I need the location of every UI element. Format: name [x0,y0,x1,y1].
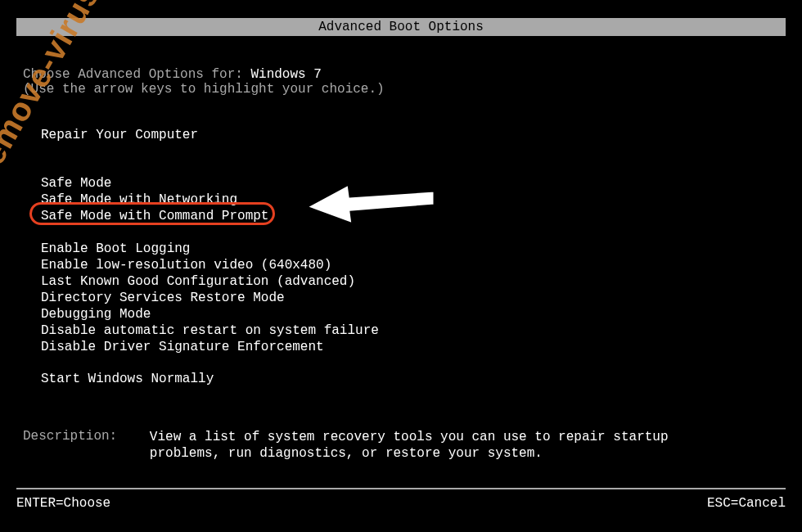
annotation-arrow-icon [300,176,439,233]
choose-prefix: Choose Advanced Options for: [23,67,250,82]
footer-divider [16,488,786,489]
option-last-known-good-config[interactable]: Last Known Good Configuration (advanced) [41,273,379,290]
description-label: Description: [23,429,117,444]
option-safe-mode-command-prompt[interactable]: Safe Mode with Command Prompt [41,208,268,224]
option-enable-boot-logging[interactable]: Enable Boot Logging [41,241,379,257]
hint-line: (Use the arrow keys to highlight your ch… [23,82,385,97]
footer-esc-hint: ESC=Cancel [707,496,786,511]
title-bar: Advanced Boot Options [16,18,786,36]
title-text: Advanced Boot Options [318,20,484,34]
option-start-windows-normally[interactable]: Start Windows Normally [41,372,214,386]
option-disable-auto-restart[interactable]: Disable automatic restart on system fail… [41,322,379,339]
option-disable-driver-sig[interactable]: Disable Driver Signature Enforcement [41,339,379,355]
choose-line: Choose Advanced Options for: Windows 7 [23,67,322,82]
option-enable-low-res-video[interactable]: Enable low-resolution video (640x480) [41,257,379,273]
option-repair-computer[interactable]: Repair Your Computer [41,128,198,142]
option-safe-mode-networking[interactable]: Safe Mode with Networking [41,192,268,208]
description-text: View a list of system recovery tools you… [150,429,739,462]
option-directory-services-restore[interactable]: Directory Services Restore Mode [41,290,379,306]
option-safe-mode[interactable]: Safe Mode [41,175,268,192]
footer-enter-hint: ENTER=Choose [16,496,110,511]
os-name: Windows 7 [250,67,321,82]
option-debugging-mode[interactable]: Debugging Mode [41,306,379,322]
